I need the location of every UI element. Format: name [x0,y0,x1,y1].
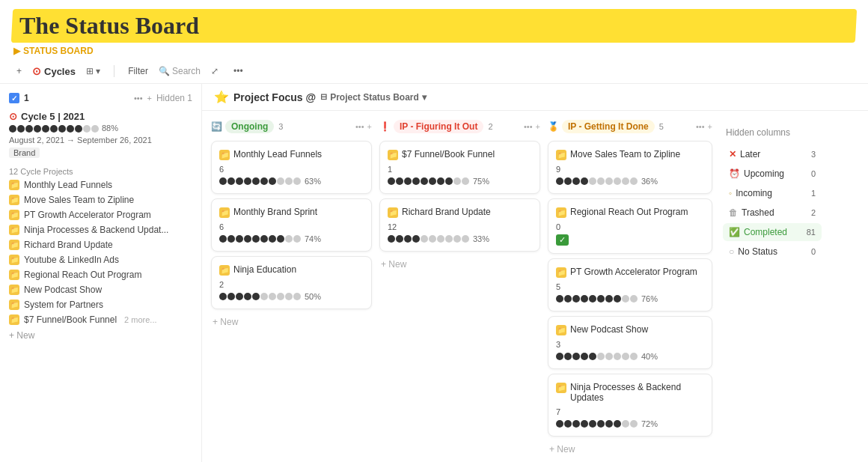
card-ninja-education[interactable]: 📁 Ninja Education 2 50% [211,256,372,309]
col-label-ip-done: IP - Getting It Done [562,120,655,133]
card-new-podcast[interactable]: 📁 New Podcast Show 3 40% [548,316,712,369]
list-item[interactable]: 📁$7 Funnel/Book Funnel 2 more... [0,312,201,327]
completed-label: Completed [744,227,787,237]
card-icon: 📁 [219,150,230,160]
card-count: 12 [388,222,532,231]
card-icon: 📁 [219,207,230,218]
col-icon-ip-fig: ❗ [379,121,391,132]
trashed-count: 2 [811,208,816,217]
col-more-ongoing[interactable]: ••• [355,122,364,131]
card-count: 5 [556,282,704,291]
hidden-col-completed[interactable]: ✅ Completed 81 [723,223,822,241]
column-ip-getting: 🏅 IP - Getting It Done 5 ••• + 📁 Move Sa… [548,118,712,455]
search-area[interactable]: 🔍 Search [159,66,201,76]
list-item[interactable]: 📁Monthly Lead Funnels [0,177,201,192]
project-icon: 📁 [9,270,19,280]
col-more-ip-done[interactable]: ••• [696,122,705,131]
hidden-col-incoming[interactable]: ◦ Incoming 1 [723,184,822,202]
check-badge: ✓ [556,234,569,246]
more-button[interactable]: ••• [229,64,248,79]
card-monthly-brand-sprint[interactable]: 📁 Monthly Brand Sprint 6 74% [211,198,372,252]
col-count-ip-done: 5 [659,122,664,131]
card-icon: 📁 [556,267,566,278]
sidebar-more[interactable]: ••• [134,94,143,103]
card-progress: 33% [388,234,532,243]
hidden-col-no-status[interactable]: ○ No Status 0 [723,243,822,261]
hidden-col-trashed[interactable]: 🗑 Trashed 2 [723,204,822,222]
upcoming-label: Upcoming [744,168,784,179]
card-monthly-lead-funnels[interactable]: 📁 Monthly Lead Funnels 6 63% [211,141,372,194]
list-item[interactable]: 📁New Podcast Show [0,282,201,297]
list-item[interactable]: 📁Youtube & LinkedIn Ads [0,252,201,267]
board-link[interactable]: ⊟ Project Status Board ▾ [320,92,427,103]
cycle-tag[interactable]: Brand [9,148,40,158]
card-progress: 76% [556,294,704,303]
card-count: 0 [556,222,704,231]
card-title-text: Ninja Education [233,264,296,275]
board-title: Project Focus @ [233,91,316,103]
cycles-nav[interactable]: ⊙ Cycles [32,65,76,77]
add-new-ip-done[interactable]: + New [548,441,712,458]
card-move-sales[interactable]: 📁 Move Sales Team to Zipline 9 36% [548,141,712,194]
card-7-funnel[interactable]: 📁 $7 Funnel/Book Funnel 1 75% [379,141,540,194]
filter-button[interactable]: Filter [123,64,153,79]
list-item[interactable]: 📁Regional Reach Out Program [0,267,201,282]
sidebar-checkbox[interactable]: ✓ [9,93,19,103]
card-title-text: Move Sales Team to Zipline [570,149,680,159]
card-icon: 📁 [219,265,230,276]
completed-icon: ✅ [729,227,740,237]
col-add-ip-done[interactable]: + [708,122,712,131]
hidden-col-upcoming[interactable]: ⏰ Upcoming 0 [723,165,822,183]
sidebar: ✓ 1 ••• + Hidden 1 ⊙ Cycle 5 | 2021 [0,84,202,462]
card-regional-reach[interactable]: 📁 Regional Reach Out Program 0 ✓ [548,198,712,254]
card-progress: 50% [219,292,364,301]
list-item[interactable]: 📁System for Partners [0,297,201,312]
cycle-title[interactable]: ⊙ Cycle 5 | 2021 [9,111,192,122]
cycles-icon: ⊙ [32,65,41,77]
card-count: 6 [219,165,364,174]
cycle-projects-list: 📁Monthly Lead Funnels 📁Move Sales Team t… [0,177,201,327]
list-item[interactable]: 📁Ninja Processes & Backend Updat... [0,222,201,237]
project-icon: 📁 [9,240,19,250]
hidden-columns-panel: Hidden columns ✕ Later 3 ⏰ Upcoming [720,118,825,455]
col-add-ip-fig[interactable]: + [536,122,540,131]
view-toggle[interactable]: ⊞ ▾ [82,64,105,79]
col-icon-ip-done: 🏅 [548,121,559,132]
search-label: Search [172,66,201,76]
incoming-icon: ◦ [729,188,732,198]
add-button[interactable]: + [12,64,26,79]
expand-button[interactable]: ⤢ [207,64,223,79]
hidden-col-later[interactable]: ✕ Later 3 [723,145,822,163]
cycle-progress [9,125,99,133]
card-progress: 72% [556,419,704,428]
list-item[interactable]: 📁Move Sales Team to Zipline [0,192,201,207]
list-item[interactable]: 📁Richard Brand Update [0,237,201,252]
cycles-label: Cycles [44,66,76,77]
search-icon: 🔍 [159,66,170,76]
project-icon: 📁 [9,210,19,220]
card-icon: 📁 [388,150,398,160]
project-icon: 📁 [9,285,19,295]
sidebar-new-btn[interactable]: + New [0,327,201,344]
col-add-ongoing[interactable]: + [367,122,372,131]
sidebar-hidden: Hidden 1 [156,93,192,103]
col-label-ip-fig: IP - Figuring It Out [394,120,483,133]
card-count: 1 [388,165,532,174]
card-count: 2 [219,280,364,289]
col-more-ip-fig[interactable]: ••• [524,122,533,131]
incoming-label: Incoming [736,188,772,198]
add-new-ongoing[interactable]: + New [211,314,372,330]
card-progress: 75% [388,177,532,186]
add-new-ip-fig[interactable]: + New [379,256,540,273]
card-ninja-processes[interactable]: 📁 Ninja Processes & Backend Updates 7 72… [548,374,712,437]
column-ip-figuring: ❗ IP - Figuring It Out 2 ••• + 📁 $7 Funn… [379,118,540,455]
card-pt-growth[interactable]: 📁 PT Growth Accelerator Program 5 76% [548,258,712,311]
card-icon: 📁 [556,207,566,218]
sidebar-add[interactable]: + [147,94,152,103]
list-item[interactable]: 📁PT Growth Accelerator Program [0,207,201,222]
status-board-nav[interactable]: ▶ STATUS BOARD [12,46,856,56]
card-title-text: New Podcast Show [570,324,648,335]
board-area: ⭐ Project Focus @ ⊟ Project Status Board… [202,84,868,462]
card-icon: 📁 [556,383,566,393]
card-richard-brand-update[interactable]: 📁 Richard Brand Update 12 33% [379,198,540,252]
